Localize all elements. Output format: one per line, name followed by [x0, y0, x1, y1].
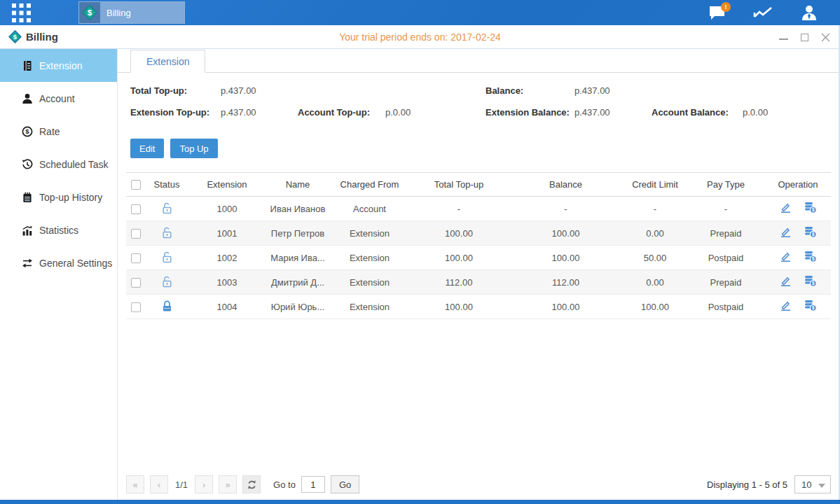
sidebar-item-label: Top-up History [39, 192, 102, 203]
tab-extension[interactable]: Extension [130, 50, 205, 73]
cell-name: Петр Петров [266, 221, 329, 246]
cell-credit-limit: 0.00 [624, 270, 687, 295]
displaying-text: Displaying 1 - 5 of 5 [707, 479, 787, 490]
taskbar-item-label: Billing [106, 8, 131, 18]
user-account-button[interactable] [799, 4, 819, 22]
sidebar-item-statistics[interactable]: Statistics [0, 214, 117, 246]
cell-balance: 100.00 [508, 246, 624, 270]
page-indicator: 1/1 [175, 479, 188, 490]
notification-badge: ! [721, 2, 731, 12]
page-size-value: 10 [801, 479, 811, 490]
row-topup-button[interactable]: $ [804, 226, 817, 238]
tab-strip: Extension [118, 49, 840, 73]
total-topup-label: Total Top-up: [130, 85, 187, 96]
cell-charged-from: Extension [329, 295, 410, 319]
notifications-chat-button[interactable]: ! [707, 4, 727, 22]
row-edit-button[interactable] [780, 300, 792, 312]
apps-grid-button[interactable] [0, 0, 42, 25]
sidebar-item-rate[interactable]: $ Rate [0, 115, 117, 148]
column-credit-limit: Credit Limit [624, 173, 687, 197]
ledger-icon [21, 60, 34, 71]
cell-name: Юрий Юрь... [266, 295, 329, 319]
column-total-topup: Total Top-up [410, 173, 508, 197]
cell-total-topup: 100.00 [410, 295, 508, 319]
maximize-button[interactable] [799, 32, 809, 42]
extension-balance-value: p.437.00 [574, 107, 610, 118]
row-edit-button[interactable] [780, 226, 792, 238]
first-page-button[interactable]: « [126, 475, 144, 493]
billing-diamond-icon: $ [8, 30, 22, 43]
apps-grid-icon [12, 4, 31, 22]
row-topup-button[interactable]: $ [804, 202, 817, 214]
cell-name: Дмитрий Д... [266, 270, 329, 295]
sidebar-item-account[interactable]: Account [0, 82, 117, 115]
svg-text:$: $ [811, 232, 814, 237]
cell-extension: 1001 [188, 221, 266, 246]
goto-page-input[interactable] [301, 476, 325, 493]
billing-app-window: $ Billing ! [0, 0, 840, 504]
cell-balance: 112.00 [508, 270, 624, 295]
top-up-button[interactable]: Top Up [170, 139, 217, 158]
row-edit-button[interactable] [780, 275, 792, 287]
statistics-monitor-button[interactable] [753, 4, 773, 22]
cell-balance: 100.00 [508, 221, 624, 246]
select-all-checkbox[interactable] [131, 180, 141, 190]
row-topup-button[interactable]: $ [804, 300, 817, 312]
sidebar-item-label: Rate [39, 126, 60, 137]
account-topup-label: Account Top-up: [298, 107, 370, 118]
line-chart-icon [753, 6, 773, 20]
row-checkbox[interactable] [131, 229, 141, 239]
sidebar-item-general-settings[interactable]: General Settings [0, 246, 117, 279]
column-status: Status [146, 173, 188, 197]
row-checkbox[interactable] [131, 302, 141, 312]
topbar-status-icons: ! [707, 0, 819, 25]
minimize-button[interactable] [778, 32, 788, 42]
row-topup-button[interactable]: $ [804, 251, 817, 262]
cell-credit-limit: 0.00 [624, 221, 687, 246]
row-topup-button[interactable]: $ [804, 275, 817, 287]
minimize-icon [779, 38, 788, 40]
svg-text:$: $ [13, 33, 18, 41]
cell-name: Иван Иванов [266, 197, 329, 221]
transfer-arrows-icon [21, 258, 34, 269]
next-page-button[interactable]: › [195, 475, 213, 493]
page-size-select[interactable]: 10 [794, 475, 831, 493]
row-checkbox[interactable] [131, 253, 141, 263]
coins-dollar-icon: $ [804, 251, 817, 262]
cell-extension: 1004 [188, 295, 266, 319]
coins-dollar-icon: $ [804, 226, 817, 238]
cell-charged-from: Account [329, 197, 410, 221]
extension-topup-value: p.437.00 [221, 107, 256, 118]
last-page-button[interactable]: » [219, 475, 237, 493]
account-balance-value: p.0.00 [743, 107, 768, 118]
edit-button[interactable]: Edit [130, 139, 164, 158]
cell-credit-limit: 50.00 [624, 246, 687, 270]
go-button[interactable]: Go [331, 475, 359, 493]
sidebar-item-scheduled-task[interactable]: Scheduled Task [0, 148, 117, 181]
prev-page-button[interactable]: ‹ [150, 475, 168, 493]
sidebar-item-extension[interactable]: Extension [0, 49, 117, 82]
balance-label: Balance: [486, 85, 523, 96]
sidebar-item-label: Account [39, 93, 75, 104]
table-row: 1001 Петр Петров Extension 100.00 100.00… [126, 221, 831, 246]
svg-text:$: $ [811, 281, 814, 286]
sidebar-item-topup-history[interactable]: Top-up History [0, 181, 117, 214]
clock-history-icon [21, 159, 34, 170]
account-topup-value: p.0.00 [385, 107, 411, 118]
lock-open-icon [161, 202, 173, 214]
row-edit-button[interactable] [780, 202, 792, 214]
taskbar-item-billing[interactable]: $ Billing [78, 1, 185, 24]
row-checkbox[interactable] [131, 204, 141, 214]
close-button[interactable] [820, 32, 830, 42]
cell-credit-limit: - [624, 197, 687, 221]
table-row: 1000 Иван Иванов Account - - - - $ [126, 197, 831, 221]
sidebar-item-label: Extension [39, 60, 82, 71]
pencil-icon [780, 226, 792, 238]
row-checkbox[interactable] [131, 278, 141, 288]
refresh-icon [247, 479, 257, 490]
svg-text:$: $ [811, 256, 814, 262]
row-edit-button[interactable] [780, 251, 792, 262]
extensions-table: Status Extension Name Charged From Total… [126, 172, 831, 319]
refresh-button[interactable] [242, 475, 261, 493]
cell-pay-type: Postpaid [687, 295, 765, 319]
